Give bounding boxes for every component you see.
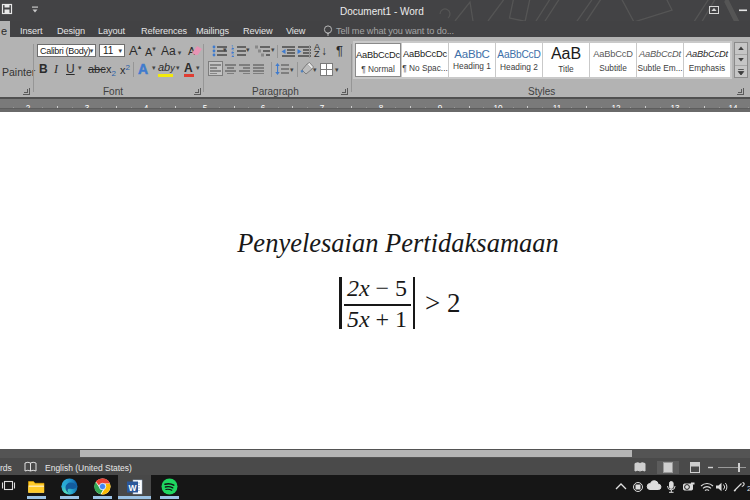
svg-text:W: W <box>128 483 137 493</box>
